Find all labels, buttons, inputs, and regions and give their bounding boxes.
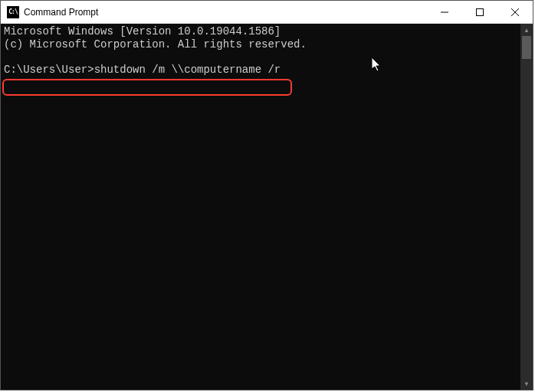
terminal-output[interactable]: Microsoft Windows [Version 10.0.19044.15… — [1, 24, 520, 390]
cmd-icon: C:\ — [7, 6, 19, 18]
typed-command: shutdown /m \\computername /r — [94, 64, 281, 76]
output-line-copyright: (c) Microsoft Corporation. All rights re… — [4, 38, 307, 51]
terminal-area: Microsoft Windows [Version 10.0.19044.15… — [1, 24, 533, 390]
vertical-scrollbar[interactable]: ▲ ▼ — [520, 24, 533, 390]
prompt-path: C:\Users\User> — [4, 64, 94, 76]
window-controls — [427, 1, 533, 23]
close-button[interactable] — [497, 1, 533, 23]
titlebar[interactable]: C:\ Command Prompt — [1, 1, 533, 24]
maximize-icon — [476, 8, 484, 16]
scroll-down-arrow-icon[interactable]: ▼ — [520, 377, 533, 390]
maximize-button[interactable] — [462, 1, 497, 23]
command-prompt-window: C:\ Command Prompt Microsoft Windows [Ve… — [0, 0, 533, 390]
scroll-up-arrow-icon[interactable]: ▲ — [520, 24, 533, 36]
output-line-version: Microsoft Windows [Version 10.0.19044.15… — [4, 25, 281, 38]
minimize-button[interactable] — [427, 1, 462, 23]
svg-rect-1 — [477, 8, 484, 15]
close-icon — [511, 8, 519, 16]
scroll-thumb[interactable] — [522, 36, 531, 59]
window-title: Command Prompt — [24, 7, 427, 18]
minimize-icon — [441, 8, 448, 16]
scroll-track[interactable] — [520, 36, 533, 377]
